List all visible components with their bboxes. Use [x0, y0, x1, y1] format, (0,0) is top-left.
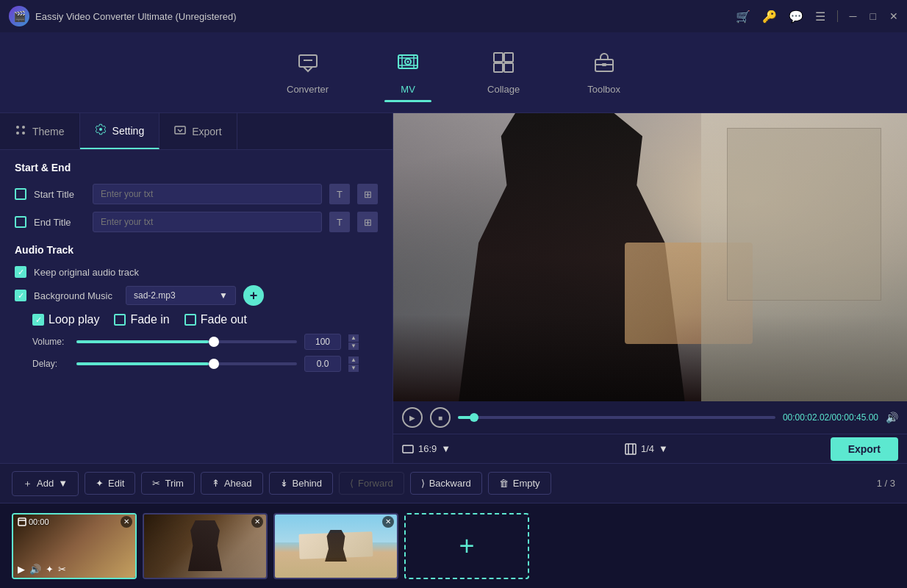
volume-down-button[interactable]: ▼: [348, 343, 359, 350]
edit-button[interactable]: ✦ Edit: [85, 472, 135, 495]
mv-icon: [396, 51, 420, 79]
sub-tab-export[interactable]: Export: [159, 113, 237, 149]
content-area: Theme Setting: [0, 113, 907, 588]
timeline: 00:00 ✕ ▶ 🔊 ✦ ✂ ✕ ✕: [0, 503, 907, 588]
volume-value[interactable]: [304, 334, 341, 350]
settings-content: Start & End Start Title T ⊞ End: [0, 150, 392, 390]
clip-item-2[interactable]: ✕: [143, 513, 268, 579]
clip-item-1[interactable]: 00:00 ✕ ▶ 🔊 ✦ ✂: [12, 513, 137, 579]
add-clip-button[interactable]: +: [404, 513, 529, 579]
nav-tabs: Converter MV Collage: [0, 32, 907, 113]
loop-play-label: Loop play: [49, 313, 99, 326]
tab-mv[interactable]: MV: [384, 45, 431, 101]
end-title-layout-button[interactable]: ⊞: [357, 212, 378, 232]
svg-rect-9: [494, 53, 503, 62]
ahead-icon: ↟: [212, 478, 220, 489]
setting-icon: [95, 123, 107, 137]
start-title-checkbox[interactable]: [15, 188, 26, 200]
minimize-button[interactable]: ─: [850, 10, 857, 22]
bg-music-checkbox[interactable]: ✓: [15, 290, 26, 301]
sub-tab-theme-label: Theme: [32, 126, 65, 137]
bg-music-select[interactable]: sad-2.mp3 ▼: [126, 286, 236, 305]
key-icon[interactable]: 🔑: [762, 10, 777, 24]
close-button[interactable]: ✕: [889, 10, 898, 22]
behind-button[interactable]: ↡ Behind: [269, 472, 333, 495]
end-title-font-button[interactable]: T: [329, 212, 350, 232]
clip-item-3[interactable]: ✕: [273, 513, 398, 579]
loop-play-checkbox[interactable]: ✓: [32, 314, 44, 326]
svg-rect-15: [602, 63, 606, 66]
clip-2-close-button[interactable]: ✕: [251, 516, 263, 528]
export-button[interactable]: Export: [831, 437, 898, 461]
svg-point-19: [22, 132, 25, 135]
loop-play-pair[interactable]: ✓ Loop play: [32, 313, 99, 326]
clip-select[interactable]: 1/4 ▼: [625, 443, 668, 455]
behind-icon: ↡: [280, 478, 288, 489]
tab-toolbox[interactable]: Toolbox: [576, 45, 632, 101]
section-start-end-title: Start & End: [15, 162, 378, 173]
svg-rect-20: [175, 126, 185, 134]
titlebar-left: 🎬 Eassiy Video Converter Ultimate (Unreg…: [9, 6, 237, 26]
toolbar: ＋ Add ▼ ✦ Edit ✂ Trim ↟ Ahead ↡ Behind ⟨…: [0, 463, 907, 503]
tab-mv-label: MV: [401, 84, 415, 95]
titlebar: 🎬 Eassiy Video Converter Ultimate (Unreg…: [0, 0, 907, 32]
clip-3-close-button[interactable]: ✕: [382, 516, 394, 528]
video-controls-bottom: 16:9 ▼ 1/4 ▼ Export: [393, 434, 907, 463]
left-panel: Theme Setting: [0, 113, 393, 463]
export-icon: [174, 124, 186, 138]
start-title-font-button[interactable]: T: [329, 184, 350, 204]
sub-tab-theme[interactable]: Theme: [0, 113, 80, 149]
volume-slider[interactable]: [76, 340, 297, 343]
add-music-button[interactable]: +: [243, 285, 264, 306]
backward-button[interactable]: ⟩ Backward: [410, 472, 482, 495]
sub-tab-setting[interactable]: Setting: [80, 113, 160, 149]
stop-button[interactable]: ■: [430, 407, 451, 428]
fade-in-pair[interactable]: Fade in: [114, 313, 169, 326]
keep-original-checkbox[interactable]: ✓: [15, 266, 26, 278]
chat-icon[interactable]: 💬: [789, 10, 803, 24]
empty-button[interactable]: 🗑 Empty: [488, 472, 551, 495]
delay-value[interactable]: [304, 356, 341, 372]
add-icon: ＋: [23, 477, 32, 490]
delay-up-button[interactable]: ▲: [348, 356, 359, 364]
clip-1-duration: 00:00: [18, 517, 49, 526]
aspect-ratio-value: 16:9: [418, 443, 437, 454]
fade-in-checkbox[interactable]: [114, 314, 126, 326]
delay-down-button[interactable]: ▼: [348, 365, 359, 372]
svg-point-18: [16, 132, 19, 135]
volume-icon[interactable]: 🔊: [886, 412, 898, 423]
collage-icon: [492, 51, 515, 79]
bg-music-filename: sad-2.mp3: [134, 290, 176, 301]
time-display: 00:00:02.02/00:00:45.00: [783, 412, 878, 423]
maximize-button[interactable]: □: [870, 10, 876, 22]
start-title-input[interactable]: [93, 184, 322, 204]
fade-out-checkbox[interactable]: [184, 314, 196, 326]
keep-original-label: Keep original audio track: [34, 267, 139, 278]
menu-icon[interactable]: ☰: [815, 10, 825, 24]
end-title-checkbox[interactable]: [15, 216, 26, 228]
volume-up-button[interactable]: ▲: [348, 334, 359, 342]
aspect-ratio-select[interactable]: 16:9 ▼: [402, 443, 451, 455]
tab-converter[interactable]: Converter: [275, 45, 340, 101]
start-title-layout-button[interactable]: ⊞: [357, 184, 378, 204]
trim-button[interactable]: ✂ Trim: [141, 472, 195, 495]
ahead-button[interactable]: ↟ Ahead: [201, 472, 263, 495]
clip-1-close-button[interactable]: ✕: [121, 516, 132, 528]
video-controls: ▶ ■ 00:00:02.02/00:00:45.00 🔊: [393, 401, 907, 434]
volume-row: Volume: ▲ ▼: [32, 334, 378, 350]
tab-collage[interactable]: Collage: [476, 45, 531, 101]
delay-slider[interactable]: [76, 362, 297, 365]
forward-button[interactable]: ⟨ Forward: [339, 472, 404, 495]
cart-icon[interactable]: 🛒: [736, 10, 750, 24]
keep-original-row: ✓ Keep original audio track: [15, 266, 378, 278]
tab-collage-label: Collage: [487, 84, 520, 95]
section-audio-title: Audio Track: [15, 244, 378, 256]
tab-converter-label: Converter: [287, 84, 329, 95]
progress-bar[interactable]: [458, 416, 775, 419]
play-button[interactable]: ▶: [402, 407, 423, 428]
svg-rect-10: [504, 53, 513, 62]
fade-out-pair[interactable]: Fade out: [184, 313, 247, 326]
end-title-input[interactable]: [93, 212, 322, 232]
add-button[interactable]: ＋ Add ▼: [12, 471, 79, 496]
win-controls: ─ □ ✕: [850, 10, 898, 22]
